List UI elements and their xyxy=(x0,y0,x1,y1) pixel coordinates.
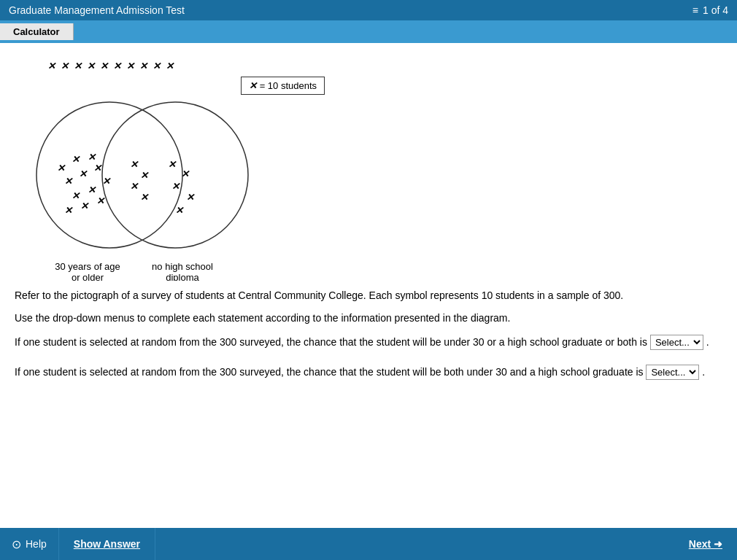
question1-suffix: . xyxy=(706,336,709,348)
svg-text:✕: ✕ xyxy=(72,154,80,165)
question1-block: If one student is selected at random fro… xyxy=(15,333,722,351)
legend-symbol: ✕ xyxy=(249,80,257,91)
show-answer-button[interactable]: Show Answer xyxy=(59,528,155,560)
svg-text:✕: ✕ xyxy=(79,168,88,179)
description1: Refer to the pictograph of a survey of s… xyxy=(15,288,722,303)
top-x10: ✕ xyxy=(166,61,174,71)
progress-indicator: ≡ 1 of 4 xyxy=(692,4,728,16)
next-button[interactable]: Next ➜ xyxy=(674,528,737,560)
svg-text:✕: ✕ xyxy=(181,168,190,179)
top-x8: ✕ xyxy=(139,61,148,71)
help-button[interactable]: ⊙ Help xyxy=(0,528,59,560)
svg-text:✕: ✕ xyxy=(88,184,96,195)
svg-text:✕: ✕ xyxy=(96,195,105,206)
footer-spacer xyxy=(155,528,674,560)
toolbar: Calculator xyxy=(0,20,737,43)
top-x3: ✕ xyxy=(74,61,82,71)
footer: ⊙ Help Show Answer Next ➜ xyxy=(0,528,737,560)
app-title: Graduate Management Admission Test xyxy=(9,4,185,16)
svg-text:✕: ✕ xyxy=(186,192,195,203)
help-label: Help xyxy=(26,538,47,550)
top-x7: ✕ xyxy=(126,61,135,71)
top-x6: ✕ xyxy=(113,61,122,71)
svg-text:✕: ✕ xyxy=(130,181,139,192)
top-x1: ✕ xyxy=(47,61,56,71)
calculator-tab[interactable]: Calculator xyxy=(0,23,74,40)
question2-prefix: If one student is selected at random fro… xyxy=(15,366,644,378)
svg-text:✕: ✕ xyxy=(93,163,102,174)
question2-select[interactable]: Select... 1/30 1/10 1/6 1/3 xyxy=(646,365,699,380)
app-header: Graduate Management Admission Test ≡ 1 o… xyxy=(0,0,737,20)
legend-text: = 10 students xyxy=(260,80,317,91)
svg-text:✕: ✕ xyxy=(64,205,73,216)
top-x4: ✕ xyxy=(87,61,96,71)
top-x9: ✕ xyxy=(153,61,161,71)
svg-text:✕: ✕ xyxy=(88,152,96,163)
question1-prefix: If one student is selected at random fro… xyxy=(15,336,647,348)
right-circle xyxy=(102,102,248,248)
svg-text:✕: ✕ xyxy=(168,159,177,170)
svg-text:✕: ✕ xyxy=(102,176,111,187)
question1-select[interactable]: Select... 1/6 1/5 2/3 5/6 xyxy=(650,335,703,350)
venn-diagram-container: ✕ ✕ ✕ ✕ ✕ ✕ ✕ ✕ ✕ ✕ ✕ ✕ ✕ ✕ ✕ ✕ ✕ ✕ ✕ ✕ … xyxy=(15,55,350,281)
description2: Use the drop-down menus to complete each… xyxy=(15,311,722,326)
svg-text:✕: ✕ xyxy=(72,190,80,201)
right-circle-label2: diploma xyxy=(166,272,199,281)
question2-block: If one student is selected at random fro… xyxy=(15,363,722,381)
svg-text:✕: ✕ xyxy=(140,170,149,181)
svg-text:✕: ✕ xyxy=(140,192,149,203)
progress-text: 1 of 4 xyxy=(703,4,728,16)
svg-text:✕: ✕ xyxy=(64,176,73,187)
left-circle-label2: or older xyxy=(72,272,104,281)
main-content: ✕ ✕ ✕ ✕ ✕ ✕ ✕ ✕ ✕ ✕ ✕ ✕ ✕ ✕ ✕ ✕ ✕ ✕ ✕ ✕ … xyxy=(0,43,737,528)
svg-text:✕: ✕ xyxy=(175,205,184,216)
left-circle-label: 30 years of age xyxy=(55,261,120,272)
top-x5: ✕ xyxy=(100,61,109,71)
progress-icon: ≡ xyxy=(692,4,698,16)
question2-suffix: . xyxy=(702,366,705,378)
svg-text:✕: ✕ xyxy=(80,201,89,211)
legend-box: ✕ = 10 students xyxy=(241,77,325,95)
svg-text:✕: ✕ xyxy=(171,181,180,192)
next-label: Next ➜ xyxy=(689,538,722,550)
right-circle-label: no high school xyxy=(152,261,213,272)
help-icon: ⊙ xyxy=(12,537,21,551)
left-circle xyxy=(36,102,182,248)
svg-text:✕: ✕ xyxy=(130,159,139,170)
svg-text:✕: ✕ xyxy=(57,163,66,174)
top-x2: ✕ xyxy=(61,61,69,71)
